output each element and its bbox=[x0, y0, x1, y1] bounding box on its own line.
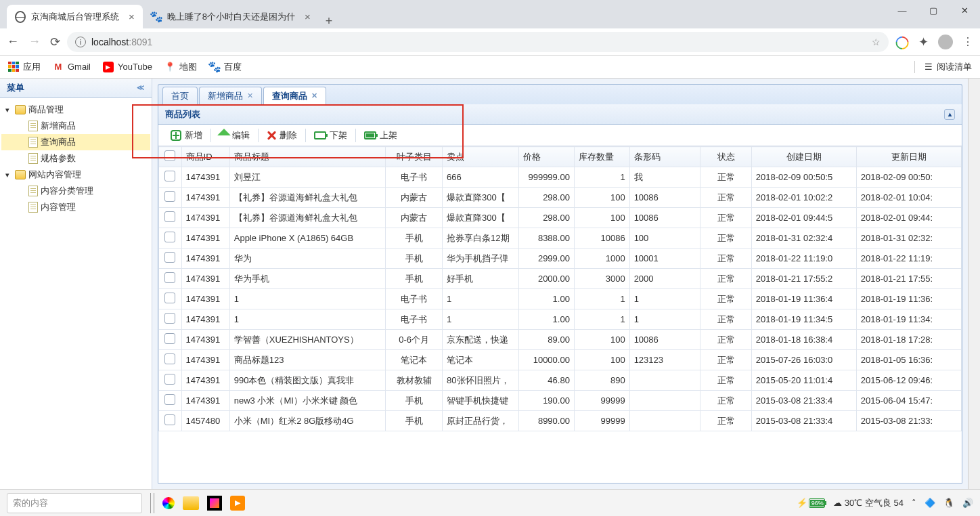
app-tab-home[interactable]: 首页 bbox=[162, 87, 198, 104]
cell-created: 2018-02-09 00:50:5 bbox=[751, 167, 856, 188]
data-grid[interactable]: 商品ID 商品标题 叶子类目 卖点 价格 库存数量 条形码 状态 创建日期 更新… bbox=[158, 146, 962, 483]
star-icon[interactable]: ☆ bbox=[872, 37, 881, 47]
reload-button[interactable]: ⟳ bbox=[50, 35, 60, 49]
chrome-app-icon[interactable] bbox=[162, 497, 175, 509]
table-row[interactable]: 1474391990本色（精装图文版）真我非教材教辅80张怀旧照片，46.808… bbox=[159, 370, 962, 391]
table-row[interactable]: 1474391【礼券】谷源道海鲜礼盒大礼包内蒙古爆款直降300【298.0010… bbox=[159, 208, 962, 228]
weather-widget[interactable]: ☁ 30℃ 空气良 54 bbox=[833, 497, 904, 509]
edit-button[interactable]: 编辑 bbox=[213, 125, 257, 146]
table-row[interactable]: 1474391学智善（XUEZHISHANTOYS）0-6个月京东配送，快递89… bbox=[159, 330, 962, 350]
col-header[interactable]: 卖点 bbox=[443, 147, 519, 167]
table-row[interactable]: 1474391华为手机华为手机挡子弹2999.00100010001正常2018… bbox=[159, 249, 962, 269]
table-row[interactable]: 1474391刘昱江电子书666999999.001我正常2018-02-09 … bbox=[159, 167, 962, 188]
cell-category: 笔记本 bbox=[386, 350, 443, 370]
col-header[interactable]: 价格 bbox=[519, 147, 575, 167]
close-window-button[interactable]: ✕ bbox=[949, 0, 980, 20]
tree-label: 网站内容管理 bbox=[28, 169, 81, 181]
row-checkbox[interactable] bbox=[159, 391, 182, 411]
ide-app-icon[interactable] bbox=[207, 496, 222, 511]
extension-icon[interactable]: ◯ bbox=[895, 35, 909, 49]
back-button[interactable]: ← bbox=[7, 35, 19, 49]
bookmark-gmail[interactable]: M Gmail bbox=[53, 62, 91, 72]
table-row[interactable]: 14743911电子书11.0011正常2018-01-19 11:34:520… bbox=[159, 309, 962, 330]
close-icon[interactable]: × bbox=[129, 11, 135, 22]
col-header[interactable]: 状态 bbox=[700, 147, 751, 167]
tree-node-spec-params[interactable]: 规格参数 bbox=[1, 150, 150, 167]
row-checkbox[interactable] bbox=[159, 228, 182, 249]
close-icon[interactable]: ✕ bbox=[311, 91, 317, 100]
add-button[interactable]: 新增 bbox=[164, 125, 209, 146]
table-row[interactable]: 1457480小米（MI）红米2 8G版移动4G手机原封正品行货，8990.00… bbox=[159, 411, 962, 431]
table-row[interactable]: 1474391【礼券】谷源道海鲜礼盒大礼包内蒙古爆款直降300【298.0010… bbox=[159, 188, 962, 208]
drag-handle-icon[interactable] bbox=[150, 493, 154, 513]
row-checkbox[interactable] bbox=[159, 370, 182, 391]
row-checkbox[interactable] bbox=[159, 188, 182, 208]
publish-button[interactable]: 上架 bbox=[357, 125, 404, 146]
profile-avatar[interactable] bbox=[938, 35, 953, 49]
bookmark-maps[interactable]: 📍 地图 bbox=[164, 61, 197, 73]
col-header[interactable]: 创建日期 bbox=[751, 147, 856, 167]
row-checkbox[interactable] bbox=[159, 330, 182, 350]
row-checkbox[interactable] bbox=[159, 289, 182, 309]
row-checkbox[interactable] bbox=[159, 167, 182, 188]
row-checkbox[interactable] bbox=[159, 208, 182, 228]
volume-icon[interactable]: 🔊 bbox=[962, 498, 973, 508]
collapse-panel-button[interactable]: ▴ bbox=[944, 109, 955, 120]
minimize-button[interactable]: — bbox=[887, 0, 918, 20]
battery-indicator[interactable]: ⚡96% bbox=[797, 498, 825, 508]
maximize-button[interactable]: ▢ bbox=[918, 0, 949, 20]
bookmark-baidu[interactable]: 🐾 百度 bbox=[209, 61, 242, 73]
browser-tab-1[interactable]: 🐾 晚上睡了8个小时白天还是困为什 × bbox=[143, 5, 319, 28]
close-icon[interactable]: ✕ bbox=[247, 91, 253, 100]
new-tab-button[interactable]: + bbox=[319, 14, 340, 28]
tree-node-content-mgmt[interactable]: 内容管理 bbox=[1, 199, 150, 215]
table-row[interactable]: 1474391Apple iPhone X (A1865) 64GB手机抢券享白… bbox=[159, 228, 962, 249]
unpublish-button[interactable]: 下架 bbox=[307, 125, 354, 146]
extensions-button[interactable]: ✦ bbox=[918, 35, 929, 49]
tree-node-site-content[interactable]: ▾网站内容管理 bbox=[1, 167, 150, 183]
close-icon[interactable]: × bbox=[305, 11, 311, 22]
select-all-checkbox[interactable] bbox=[159, 147, 182, 167]
cell-price: 46.80 bbox=[519, 370, 575, 391]
vertical-scrollbar[interactable] bbox=[968, 79, 980, 489]
row-checkbox[interactable] bbox=[159, 249, 182, 269]
tray-chevron-icon[interactable]: ˄ bbox=[912, 498, 916, 508]
col-header[interactable]: 条形码 bbox=[629, 147, 700, 167]
table-row[interactable]: 1474391华为手机手机好手机2000.0030002000正常2018-01… bbox=[159, 269, 962, 289]
tree-node-add-product[interactable]: 新增商品 bbox=[1, 118, 150, 134]
bookmark-youtube[interactable]: ▶ YouTube bbox=[103, 62, 152, 72]
media-app-icon[interactable]: ▶ bbox=[230, 496, 245, 511]
app-tab-add-product[interactable]: 新增商品✕ bbox=[199, 87, 262, 104]
tree-node-products[interactable]: ▾商品管理 bbox=[1, 102, 150, 118]
apps-button[interactable]: 应用 bbox=[8, 61, 41, 73]
forward-button[interactable]: → bbox=[28, 35, 41, 49]
browser-tab-0[interactable]: 京淘商城后台管理系统 × bbox=[7, 5, 143, 28]
row-checkbox[interactable] bbox=[159, 350, 182, 370]
col-header[interactable]: 库存数量 bbox=[574, 147, 629, 167]
row-checkbox[interactable] bbox=[159, 411, 182, 431]
reading-list-button[interactable]: ☰ 阅读清单 bbox=[914, 61, 972, 73]
taskbar-search[interactable]: 索的内容 bbox=[7, 493, 142, 513]
col-header[interactable]: 商品标题 bbox=[229, 147, 385, 167]
menu-button[interactable]: ⋮ bbox=[962, 35, 973, 48]
cell-id: 1474391 bbox=[181, 370, 229, 391]
file-explorer-icon[interactable] bbox=[183, 496, 199, 510]
app-tab-query-product[interactable]: 查询商品✕ bbox=[263, 87, 326, 104]
col-header[interactable]: 叶子类目 bbox=[386, 147, 443, 167]
cell-price: 190.00 bbox=[519, 391, 575, 411]
row-checkbox[interactable] bbox=[159, 269, 182, 289]
collapse-sidebar-button[interactable]: ≪ bbox=[137, 83, 145, 92]
tree-node-query-product[interactable]: 查询商品 bbox=[1, 134, 150, 150]
col-header[interactable]: 更新日期 bbox=[856, 147, 961, 167]
table-row[interactable]: 14743911电子书11.0011正常2018-01-19 11:36:420… bbox=[159, 289, 962, 309]
tray-app-icon[interactable]: 🔷 bbox=[925, 498, 935, 508]
delete-button[interactable]: 删除 bbox=[260, 125, 304, 146]
address-bar[interactable]: i localhost:8091 ☆ bbox=[67, 32, 889, 52]
table-row[interactable]: 1474391new3 小米（MI）小米米键 颜色手机智键手机快捷键190.00… bbox=[159, 391, 962, 411]
row-checkbox[interactable] bbox=[159, 309, 182, 330]
site-info-icon[interactable]: i bbox=[75, 37, 86, 47]
tree-node-content-category[interactable]: 内容分类管理 bbox=[1, 183, 150, 199]
col-header[interactable]: 商品ID bbox=[181, 147, 229, 167]
table-row[interactable]: 1474391商品标题123笔记本笔记本10000.00100123123正常2… bbox=[159, 350, 962, 370]
tray-app-icon[interactable]: 🐧 bbox=[943, 498, 954, 508]
